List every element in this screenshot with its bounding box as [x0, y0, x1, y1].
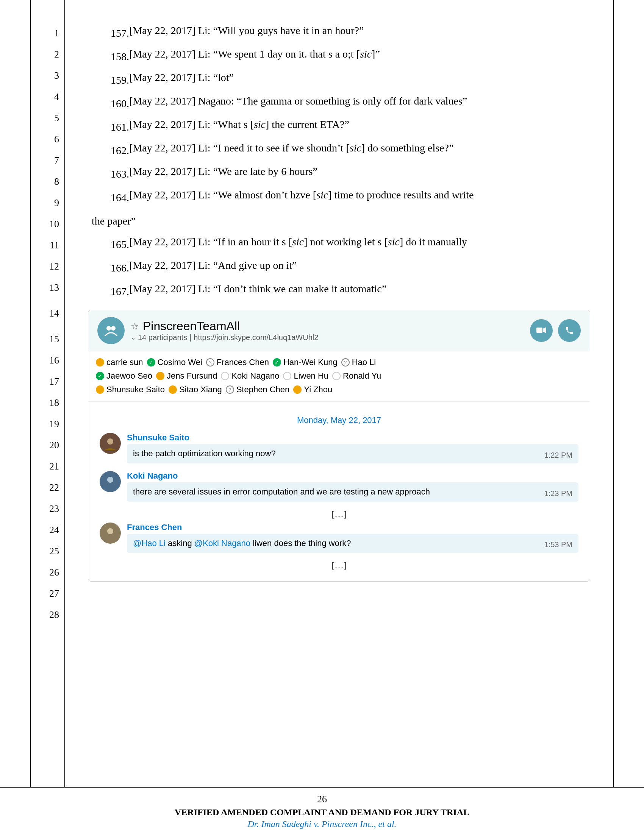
chat-name: PinscreenTeamAll: [143, 319, 240, 333]
participants-row-3: Shunsuke Saito Sitao Xiang ? Stephen Che…: [96, 385, 582, 394]
message-bubble-shunsuke: is the patch optimization working now? 1…: [127, 444, 578, 463]
line-numbers: 1 2 3 4 5 6 7 8 9 10 11 12 13 14 15 16 1…: [31, 0, 65, 787]
line-2: 2: [31, 44, 64, 65]
chevron-down-icon: ⌄: [131, 334, 135, 341]
participant-name-hanwei: Han-Wei Kung: [283, 357, 338, 367]
status-dot-hanwei: ✓: [273, 358, 281, 367]
participant-name-jens: Jens Fursund: [167, 371, 217, 381]
video-call-button[interactable]: [530, 319, 553, 342]
line-16: 16: [31, 350, 64, 371]
page: 1 2 3 4 5 6 7 8 9 10 11 12 13 14 15 16 1…: [0, 0, 644, 833]
message-text-frances: @Hao Li asking @Koki Nagano liwen does t…: [133, 538, 537, 549]
star-icon: ☆: [131, 321, 139, 332]
item-num-161: 161.: [88, 117, 129, 138]
avatar-shunsuke: [100, 433, 121, 454]
participant-carrie-sun: carrie sun: [96, 357, 143, 367]
list-item-167: 167. [May 22, 2017] Li: “I don’t think w…: [88, 281, 590, 302]
list-section: 157. [May 22, 2017] Li: “Will you guys h…: [88, 23, 590, 302]
line-17: 17: [31, 371, 64, 392]
item-num-162: 162.: [88, 140, 129, 161]
participant-name-sitao: Sitao Xiang: [179, 385, 222, 394]
participant-jens-fursund: Jens Fursund: [156, 371, 217, 381]
participant-name-yi: Yi Zhou: [304, 385, 332, 394]
svg-marker-3: [543, 327, 546, 333]
participants-row-2: ✓ Jaewoo Seo Jens Fursund Koki Nagano: [96, 371, 582, 381]
sender-name-koki: Koki Nagano: [127, 471, 578, 481]
line-6: 6: [31, 129, 64, 150]
sender-name-shunsuke: Shunsuke Saito: [127, 433, 578, 442]
participant-hanwei-kung: ✓ Han-Wei Kung: [273, 357, 338, 367]
participant-name-frances: Frances Chen: [217, 357, 269, 367]
avatar-koki: [100, 471, 121, 492]
item-text-163: [May 22, 2017] Li: “We are late by 6 hou…: [129, 164, 590, 185]
avatar-frances: [100, 523, 121, 544]
item-num-159: 159.: [88, 70, 129, 91]
svg-point-0: [106, 326, 111, 331]
participants-count: 14 participants: [138, 333, 187, 342]
date-divider: Monday, May 22, 2017: [100, 415, 578, 425]
participant-ronald-yu: Ronald Yu: [332, 371, 381, 381]
status-dot-frances: ?: [206, 358, 214, 367]
participant-koki-nagano: Koki Nagano: [221, 371, 279, 381]
participant-name-koki: Koki Nagano: [232, 371, 279, 381]
status-dot-hao: ?: [341, 358, 349, 367]
line-24: 24: [31, 519, 64, 541]
item-num-164: 164.: [88, 187, 129, 208]
participant-sitao-xiang: Sitao Xiang: [169, 385, 222, 394]
line-21: 21: [31, 456, 64, 477]
main-content: 157. [May 22, 2017] Li: “Will you guys h…: [65, 0, 613, 787]
list-item-163: 163. [May 22, 2017] Li: “We are late by …: [88, 164, 590, 185]
list-item-158: 158. [May 22, 2017] Li: “We spent 1 day …: [88, 46, 590, 68]
item-text-159: [May 22, 2017] Li: “lot”: [129, 70, 590, 91]
line-15: 15: [31, 329, 64, 350]
message-content-koki: Koki Nagano there are several issues in …: [127, 471, 578, 502]
message-group-frances: Frances Chen @Hao Li asking @Koki Nagano…: [100, 523, 578, 553]
list-item-165: 165. [May 22, 2017] Li: “If in an hour i…: [88, 234, 590, 255]
item-text-165: [May 22, 2017] Li: “If in an hour it s […: [129, 234, 590, 255]
line-1: 1: [31, 23, 64, 44]
participant-shunsuke-saito: Shunsuke Saito: [96, 385, 165, 394]
status-dot-liwen: [283, 372, 291, 380]
status-dot-jaewoo: ✓: [96, 372, 104, 380]
participant-name-carrie: carrie sun: [106, 357, 143, 367]
line-4: 4: [31, 86, 64, 108]
item-text-158: [May 22, 2017] Li: “We spent 1 day on it…: [129, 46, 590, 68]
item-num-160: 160.: [88, 93, 129, 114]
list-item-157: 157. [May 22, 2017] Li: “Will you guys h…: [88, 23, 590, 44]
participants-row-1: carrie sun ✓ Cosimo Wei ? Frances Chen ✓: [96, 357, 582, 367]
svg-point-1: [111, 326, 116, 331]
item-text-167: [May 22, 2017] Li: “I don’t think we can…: [129, 281, 590, 302]
item-num-165: 165.: [88, 234, 129, 255]
participant-frances-chen: ? Frances Chen: [206, 357, 269, 367]
item-num-167: 167.: [88, 281, 129, 302]
participant-name-hao: Hao Li: [352, 357, 376, 367]
line-27: 27: [31, 583, 64, 604]
footer-subtitle: Dr. Iman Sadeghi v. Pinscreen Inc., et a…: [30, 819, 614, 829]
status-dot-koki: [221, 372, 229, 380]
participant-hao-li: ? Hao Li: [341, 357, 376, 367]
line-18: 18: [31, 392, 64, 413]
message-time-koki: 1:23 PM: [544, 489, 572, 498]
list-item-162: 162. [May 22, 2017] Li: “I need it to se…: [88, 140, 590, 161]
skype-title-area: ☆ PinscreenTeamAll ⌄ 14 participants | h…: [131, 319, 318, 342]
item-num-158: 158.: [88, 46, 129, 68]
line-5: 5: [31, 108, 64, 129]
ellipsis-1: […]: [100, 509, 578, 519]
skype-title-row: ☆ PinscreenTeamAll: [131, 319, 318, 333]
participant-name-liwen: Liwen Hu: [294, 371, 328, 381]
status-dot-cosimo: ✓: [147, 358, 155, 367]
sender-name-frances: Frances Chen: [127, 523, 578, 532]
item-num-163: 163.: [88, 164, 129, 185]
item-text-160: [May 22, 2017] Nagano: “The gamma or som…: [129, 93, 590, 114]
call-button[interactable]: [558, 319, 581, 342]
message-bubble-koki: there are several issues in error comput…: [127, 482, 578, 502]
separator: |: [189, 333, 191, 342]
item-num-166: 166.: [88, 257, 129, 279]
item-text-166: [May 22, 2017] Li: “And give up on it”: [129, 257, 590, 279]
line-26: 26: [31, 562, 64, 583]
participant-name-stephen: Stephen Chen: [237, 385, 290, 394]
participant-yi-zhou: Yi Zhou: [293, 385, 332, 394]
message-text-koki: there are several issues in error comput…: [133, 486, 537, 498]
item-text-164: [May 22, 2017] Li: “We almost don’t hzve…: [129, 187, 590, 208]
line-23: 23: [31, 498, 64, 519]
